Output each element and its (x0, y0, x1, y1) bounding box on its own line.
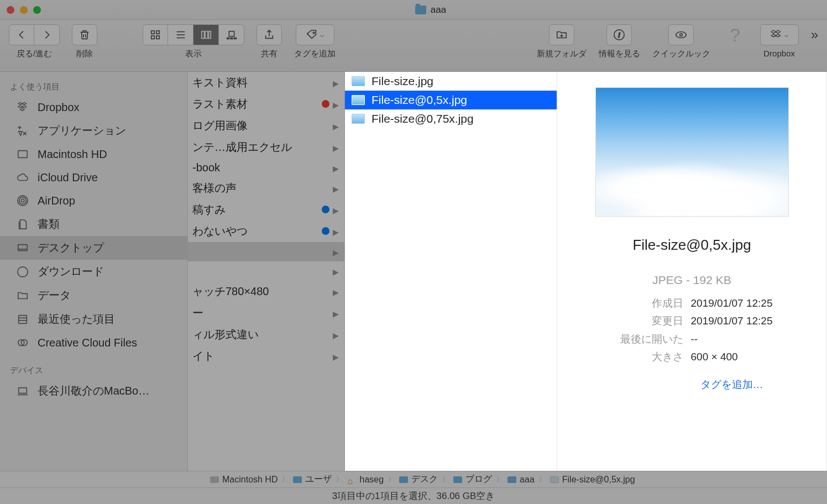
view-icon-button[interactable] (143, 24, 168, 45)
meta-key: 大きさ (611, 348, 683, 366)
folder-row[interactable]: ▶ (188, 242, 344, 261)
tag-dot-icon (322, 100, 329, 108)
new-folder-label: 新規フォルダ (537, 49, 587, 59)
close-window-button[interactable] (7, 6, 14, 14)
disk-icon (210, 476, 219, 483)
file-row[interactable]: File-size@0,75x.jpg (345, 109, 557, 128)
tags-button[interactable]: ⌵ (296, 24, 334, 45)
minimize-window-button[interactable] (20, 6, 28, 14)
path-segment[interactable]: aaa (507, 475, 535, 485)
folder-row[interactable]: ▶ (188, 261, 344, 281)
share-label: 共有 (261, 49, 278, 59)
add-tags-link[interactable]: タグを追加… (700, 376, 763, 393)
folder-row[interactable]: イト▶ (188, 345, 344, 367)
sidebar-item-macintosh-hd[interactable]: Macintosh HD (0, 143, 187, 166)
titlebar: aaa (0, 0, 827, 20)
chevron-right-icon: ▶ (333, 331, 339, 340)
chevron-right-icon: ▶ (333, 353, 339, 361)
svg-rect-2 (151, 36, 155, 39)
column-view: キスト資料▶ラスト素材▶ログ用画像▶ンテ…成用エクセル▶-book▶客様の声▶稿… (188, 72, 827, 471)
path-segment[interactable]: ⌂haseg (347, 475, 384, 485)
creative-cloud-icon (15, 335, 30, 350)
chevron-right-icon: ▶ (333, 164, 339, 173)
sidebar-item-documents[interactable]: 書類 (0, 212, 187, 236)
sidebar-item-downloads[interactable]: ダウンロード (0, 260, 187, 284)
meta-key: 変更日 (611, 312, 683, 330)
quicklook-button[interactable] (668, 24, 694, 45)
tags-label: タグを追加 (294, 49, 336, 59)
toolbar: 戻る/進む 削除 表示 共有 ⌵ タグを追加 新規フォルダ (0, 20, 827, 72)
folder-row[interactable]: ー▶ (188, 302, 344, 324)
path-segment[interactable]: デスク (399, 474, 438, 485)
meta-value: -- (691, 330, 698, 348)
finder-window: aaa 戻る/進む 削除 表示 共有 (0, 0, 827, 504)
toolbar-overflow-button[interactable]: » (811, 24, 818, 45)
meta-value: 2019/01/07 12:25 (691, 312, 773, 330)
delete-label: 削除 (76, 49, 93, 59)
home-icon: ⌂ (347, 476, 356, 483)
path-segment[interactable]: File-size@0,5x.jpg (550, 475, 635, 485)
chevron-right-icon: ▶ (333, 248, 339, 257)
folder-row[interactable]: わないやつ▶ (188, 221, 344, 242)
svg-point-14 (313, 32, 315, 34)
zoom-window-button[interactable] (33, 6, 41, 14)
share-button[interactable] (257, 24, 282, 45)
applications-icon (15, 124, 30, 138)
dropbox-button[interactable]: ⌵ (760, 24, 799, 45)
sidebar-item-recents[interactable]: 最近使った項目 (0, 307, 187, 331)
chevron-right-icon: 〉 (442, 475, 449, 484)
folder-row[interactable]: ラスト素材▶ (188, 93, 344, 115)
downloads-icon (15, 265, 30, 279)
folder-row[interactable]: -book▶ (188, 158, 344, 177)
laptop-icon (15, 384, 30, 398)
svg-point-23 (19, 197, 27, 204)
chevron-right-icon: 〉 (388, 475, 395, 484)
image-thumb-icon (352, 76, 365, 86)
back-button[interactable] (9, 24, 34, 45)
file-row[interactable]: File-size@0,5x.jpg (345, 91, 557, 109)
sidebar-item-data[interactable]: データ (0, 284, 187, 307)
svg-rect-25 (18, 244, 28, 250)
preview-thumbnail[interactable] (595, 87, 789, 217)
delete-button[interactable] (72, 24, 97, 45)
svg-rect-21 (18, 151, 28, 158)
sidebar-item-desktop[interactable]: デスクトップ (0, 236, 187, 260)
column-2[interactable]: File-size.jpgFile-size@0,5x.jpgFile-size… (345, 72, 557, 471)
back-forward-label: 戻る/進む (17, 49, 52, 59)
folder-row[interactable]: ンテ…成用エクセル▶ (188, 136, 344, 158)
folder-row[interactable]: 稿すみ▶ (188, 199, 344, 221)
disk-icon (15, 147, 30, 161)
folder-icon (415, 6, 426, 14)
svg-rect-9 (208, 32, 211, 39)
column-1[interactable]: キスト資料▶ラスト素材▶ログ用画像▶ンテ…成用エクセル▶-book▶客様の声▶稿… (188, 72, 345, 471)
dropbox-icon (15, 100, 30, 114)
view-gallery-button[interactable] (219, 24, 244, 45)
view-list-button[interactable] (168, 24, 193, 45)
folder-row[interactable]: キスト資料▶ (188, 72, 344, 93)
folder-row[interactable]: ャッチ780×480▶ (188, 281, 344, 302)
folder-row[interactable]: ログ用画像▶ (188, 115, 344, 136)
get-info-button[interactable]: i (606, 24, 632, 45)
sidebar-item-icloud[interactable]: iCloud Drive (0, 166, 187, 189)
folder-row[interactable]: 客様の声▶ (188, 177, 344, 199)
svg-rect-12 (231, 38, 233, 39)
sidebar-item-device[interactable]: 長谷川敬介のMacBo… (0, 379, 187, 403)
path-segment[interactable]: Macintosh HD (210, 475, 278, 485)
file-row[interactable]: File-size.jpg (345, 72, 557, 91)
sidebar-item-applications[interactable]: アプリケーション (0, 119, 187, 143)
help-button[interactable]: ? (723, 24, 748, 45)
view-column-button[interactable] (193, 24, 219, 45)
chevron-right-icon: ▶ (333, 101, 339, 109)
sidebar-item-airdrop[interactable]: AirDrop (0, 189, 187, 212)
new-folder-button[interactable] (549, 24, 574, 45)
forward-button[interactable] (34, 24, 60, 45)
svg-rect-1 (156, 31, 160, 34)
chevron-right-icon: ▶ (333, 144, 339, 153)
path-segment[interactable]: ブログ (453, 474, 492, 485)
sidebar-item-creative-cloud[interactable]: Creative Cloud Files (0, 331, 187, 354)
folder-row[interactable]: ィル形式違い▶ (188, 324, 344, 345)
preview-filename: File-size@0,5x.jpg (632, 237, 751, 254)
path-segment[interactable]: ユーザ (293, 474, 332, 485)
sidebar-item-dropbox[interactable]: Dropbox (0, 96, 187, 119)
svg-rect-13 (234, 38, 236, 39)
